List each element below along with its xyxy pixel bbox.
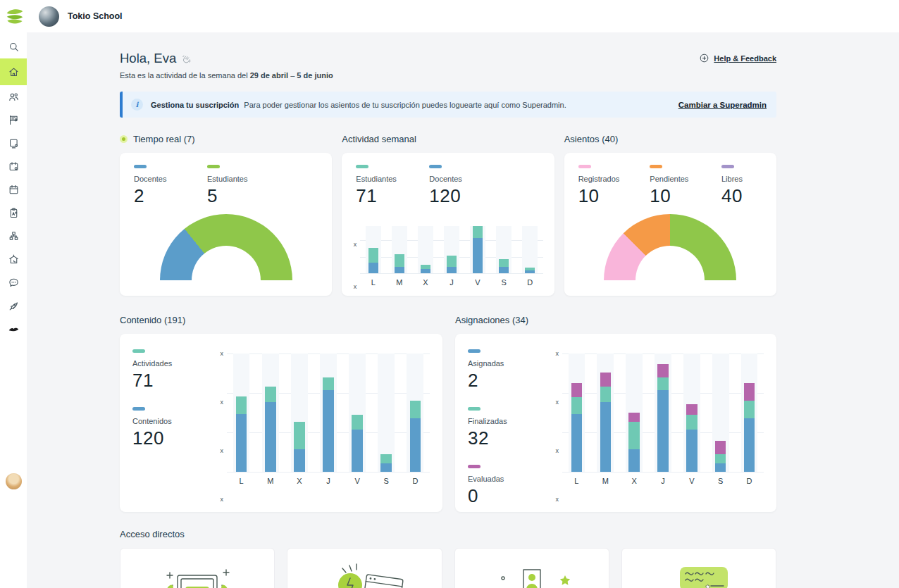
grades-icon[interactable]	[0, 201, 27, 225]
bar-segment-estudiantes	[499, 259, 509, 267]
bar-column-J	[649, 354, 678, 472]
legend-docentes: Docentes 2	[134, 165, 207, 207]
bar-segment-evaluadas	[628, 413, 640, 422]
legend-pill	[356, 165, 368, 168]
chat-icon[interactable]	[0, 271, 27, 294]
bar-segment-finalizadas	[657, 377, 669, 390]
bar-column-S	[491, 226, 517, 273]
bar-segment-docentes	[395, 267, 404, 273]
section-title: Contenido (191)	[120, 313, 442, 327]
legend-asignadas: Asignadas 2	[468, 349, 551, 392]
asientos-card: Registrados 10 Pendientes 10 Libres 40	[564, 153, 776, 296]
calendar-settings-icon[interactable]	[0, 155, 27, 178]
user-avatar[interactable]	[6, 473, 22, 489]
bar-column-J	[314, 354, 342, 472]
bar-segment-contenidos	[265, 402, 276, 472]
calendar-icon[interactable]	[0, 178, 27, 201]
switch-superadmin-link[interactable]: Cambiar a Superadmin	[678, 101, 767, 109]
school-name: Tokio School	[68, 11, 123, 21]
legend-pill	[429, 165, 442, 168]
info-icon: i	[131, 99, 143, 111]
section-title: Asignaciones (34)	[455, 313, 776, 327]
shortcut-ideas[interactable]	[287, 548, 442, 588]
bar-column-L	[360, 226, 386, 273]
plus-circle-icon	[699, 53, 709, 63]
rocket-icon[interactable]	[0, 294, 27, 318]
certificate-illustration-icon	[144, 557, 250, 588]
license-settings-icon[interactable]	[0, 108, 27, 132]
legend-registrados: Registrados 10	[578, 165, 650, 207]
shortcut-community[interactable]	[454, 548, 609, 588]
users-icon[interactable]	[0, 85, 27, 108]
bar-column-M	[386, 226, 412, 273]
asignaciones-bar-chart: xxxxLMXJVSD	[551, 346, 764, 499]
plot-area	[562, 354, 764, 472]
reviews-chat-illustration-icon	[646, 557, 752, 588]
donut-hole	[192, 246, 261, 280]
donut-hole	[636, 246, 705, 280]
legend-pill	[132, 407, 145, 411]
home-icon[interactable]	[0, 58, 27, 85]
section-tiempo-real: Tiempo real (7) Docentes 2 Estudiantes 5	[120, 132, 332, 296]
shortcuts-title: Acceso directos	[120, 529, 776, 539]
bar-column-V	[677, 354, 706, 472]
shortcut-reviews[interactable]	[621, 548, 776, 588]
search-icon[interactable]	[0, 35, 27, 58]
bar-segment-finalizadas	[571, 397, 583, 414]
device-settings-icon[interactable]	[0, 132, 27, 155]
page-title: Hola, Eva	[120, 51, 333, 66]
bar-segment-asignadas	[571, 414, 583, 472]
bar-column-S	[372, 354, 401, 472]
bar-segment-evaluadas	[657, 364, 669, 377]
actividad-semanal-card: Estudiantes 71 Docentes 120 xxLMXJVSD	[342, 153, 554, 296]
bar-segment-actividades	[294, 422, 305, 449]
bar-segment-docentes	[499, 267, 509, 273]
bar-column-S	[706, 354, 735, 472]
brand-mark-icon[interactable]	[0, 318, 27, 341]
bar-column-D	[735, 354, 764, 472]
section-title: Asientos (40)	[564, 132, 776, 146]
bar-segment-docentes	[447, 267, 457, 273]
legend-pill	[468, 407, 480, 411]
bar-segment-asignadas	[657, 390, 669, 472]
asignaciones-card: Asignadas 2 Finalizadas 32 Evaluadas 0	[455, 334, 776, 512]
shortcut-certificates[interactable]	[120, 548, 275, 588]
bar-segment-estudiantes	[395, 254, 404, 267]
legend-pill	[468, 349, 480, 353]
live-dot-icon	[120, 135, 128, 143]
bar-segment-docentes	[525, 270, 535, 273]
bar-segment-finalizadas	[744, 401, 755, 418]
bar-segment-actividades	[380, 454, 392, 463]
legend-estudiantes: Estudiantes 5	[207, 165, 280, 207]
bar-segment-asignadas	[744, 418, 755, 472]
bar-segment-estudiantes	[447, 256, 457, 267]
bar-segment-finalizadas	[628, 422, 640, 449]
bar-segment-finalizadas	[686, 415, 698, 429]
legend-pill	[132, 349, 145, 353]
help-feedback-link[interactable]: Help & Feedback	[699, 53, 776, 63]
banner-text: Para poder gestionar los asientos de tu …	[244, 101, 668, 109]
section-asignaciones: Asignaciones (34) Asignadas 2 Finalizada…	[455, 313, 776, 512]
legend-contenidos: Contenidos 120	[132, 407, 216, 449]
section-contenido: Contenido (191) Actividades 71 Contenido…	[120, 313, 442, 512]
school-icon[interactable]	[0, 248, 27, 271]
legend-pill	[721, 165, 734, 168]
bar-column-V	[465, 226, 491, 273]
bar-segment-evaluadas	[571, 383, 583, 397]
bar-segment-asignadas	[600, 402, 612, 472]
week-subtitle: Esta es la actividad de la semana del 29…	[120, 71, 333, 80]
legend-evaluadas: Evaluadas 0	[468, 465, 551, 507]
section-title: Tiempo real (7)	[120, 132, 332, 146]
section-asientos: Asientos (40) Registrados 10 Pendientes …	[564, 132, 776, 296]
bar-segment-evaluadas	[686, 404, 698, 415]
x-axis-labels: LMXJVSD	[360, 278, 542, 287]
bar-column-L	[227, 354, 256, 472]
section-title: Actividad semanal	[342, 132, 554, 146]
org-structure-icon[interactable]	[0, 225, 27, 248]
school-photo-avatar[interactable]	[39, 6, 59, 27]
app-logo-icon[interactable]	[4, 6, 25, 27]
bar-segment-evaluadas	[600, 373, 612, 387]
global-community-illustration-icon	[479, 557, 585, 588]
contenido-card: Actividades 71 Contenidos 120 xxxxLMXJVS…	[120, 334, 442, 512]
bar-segment-asignadas	[628, 449, 640, 472]
